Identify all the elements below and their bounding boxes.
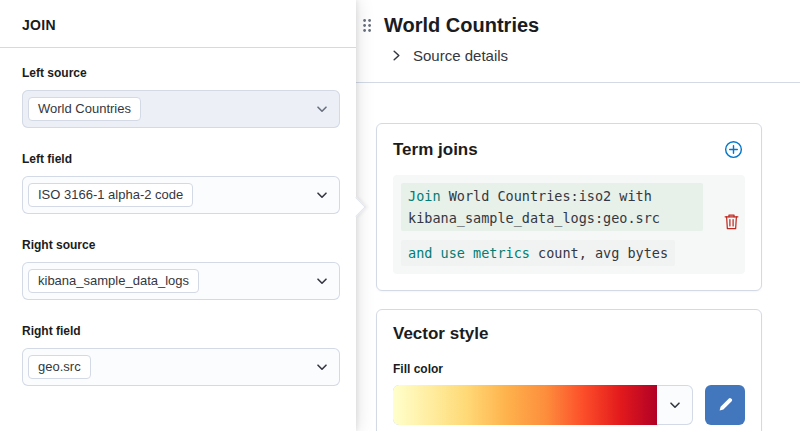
left-source-label: Left source	[22, 66, 340, 80]
form-group-right-field: Right field geo.src	[22, 324, 340, 386]
maps-layer-settings-screen: World Countries Source details Term join…	[0, 0, 800, 431]
right-field-label: Right field	[22, 324, 340, 338]
delete-join-button[interactable]	[722, 211, 741, 232]
chevron-right-icon	[390, 49, 403, 62]
chevron-down-icon	[314, 187, 330, 203]
source-details-label: Source details	[413, 47, 508, 64]
layer-title: World Countries	[384, 12, 539, 38]
join-expression-area: Join World Countries:iso2 with kibana_sa…	[393, 175, 745, 274]
left-field-label: Left field	[22, 152, 340, 166]
metrics-value: count, avg bytes	[538, 245, 668, 261]
vector-style-card: Vector style Fill color	[376, 309, 762, 431]
join-flyout-title: JOIN	[0, 0, 356, 47]
metrics-keyword: and use metrics	[408, 245, 530, 261]
layer-panel-content: Term joins Join World Countries:iso2 wit…	[356, 83, 800, 431]
fill-color-label: Fill color	[393, 362, 745, 376]
layer-settings-panel: World Countries Source details Term join…	[356, 0, 800, 431]
join-flyout: JOIN Left source World Countries Left fi…	[0, 0, 356, 431]
chevron-down-icon	[314, 359, 330, 375]
left-source-selected-pill: World Countries	[28, 97, 141, 121]
right-field-combobox[interactable]: geo.src	[22, 348, 340, 386]
right-source-combobox[interactable]: kibana_sample_data_logs	[22, 262, 340, 300]
grab-handle-icon[interactable]	[361, 15, 373, 36]
layer-title-row: World Countries	[361, 12, 780, 38]
left-source-combobox[interactable]: World Countries	[22, 90, 340, 128]
trash-icon	[724, 213, 739, 230]
form-group-left-field: Left field ISO 3166-1 alpha-2 code	[22, 152, 340, 214]
fill-color-row	[393, 385, 745, 425]
plus-in-circle-icon	[724, 140, 743, 159]
source-details-toggle[interactable]: Source details	[390, 47, 780, 64]
term-joins-header: Term joins	[393, 138, 745, 161]
fill-color-select[interactable]	[393, 385, 693, 425]
chevron-down-icon	[314, 273, 330, 289]
join-form: Left source World Countries Left field I…	[0, 48, 356, 386]
right-field-selected-pill: geo.src	[28, 355, 91, 379]
chevron-down-icon	[314, 101, 330, 117]
term-joins-heading: Term joins	[393, 140, 478, 160]
form-group-right-source: Right source kibana_sample_data_logs	[22, 238, 340, 300]
add-join-button[interactable]	[722, 138, 745, 161]
right-source-selected-pill: kibana_sample_data_logs	[28, 269, 199, 293]
join-value: World Countries:iso2 with kibana_sample_…	[408, 188, 660, 226]
join-expression[interactable]: Join World Countries:iso2 with kibana_sa…	[401, 183, 703, 231]
edit-fill-color-button[interactable]	[705, 385, 745, 425]
left-field-combobox[interactable]: ISO 3166-1 alpha-2 code	[22, 176, 340, 214]
term-joins-card: Term joins Join World Countries:iso2 wit…	[376, 123, 762, 291]
metrics-expression[interactable]: and use metrics count, avg bytes	[401, 240, 675, 266]
form-group-left-source: Left source World Countries	[22, 66, 340, 128]
right-source-label: Right source	[22, 238, 340, 252]
vector-style-heading: Vector style	[393, 324, 745, 344]
layer-header: World Countries Source details	[356, 0, 800, 64]
chevron-down-icon	[657, 397, 693, 413]
join-keyword: Join	[408, 188, 441, 204]
left-field-selected-pill: ISO 3166-1 alpha-2 code	[28, 183, 193, 207]
color-ramp-swatch	[393, 385, 657, 425]
pencil-icon	[717, 397, 733, 413]
